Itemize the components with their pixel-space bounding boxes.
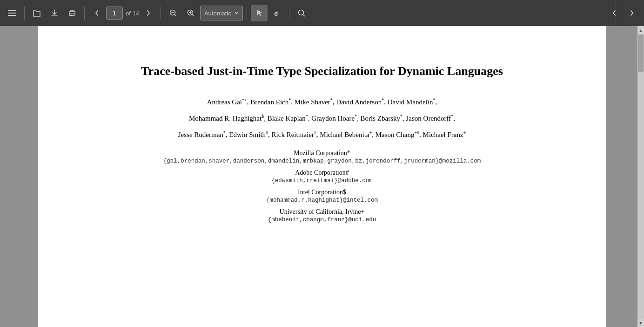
right-separator — [616, 0, 616, 26]
menu-button[interactable] — [4, 5, 20, 21]
next-page-icon — [145, 10, 152, 16]
affiliation-adobe-name: Adobe Corporation# — [94, 169, 550, 177]
scroll-thumb[interactable] — [638, 34, 644, 72]
download-button[interactable] — [46, 5, 63, 21]
scroll-down-button[interactable]: ▼ — [637, 319, 644, 327]
zoom-out-icon — [168, 8, 178, 18]
affiliation-mozilla-name: Mozilla Corporation* — [94, 150, 550, 157]
separator-5 — [289, 7, 289, 20]
separator-2 — [84, 7, 85, 20]
main-area: Trace-based Just-in-Time Type Specializa… — [0, 26, 644, 327]
separator-4 — [247, 7, 247, 20]
total-pages-label: of 14 — [126, 10, 139, 17]
zoom-out-button[interactable] — [165, 5, 181, 21]
affiliations: Mozilla Corporation* {gal,brendan,shaver… — [94, 150, 550, 223]
print-icon — [67, 8, 77, 18]
affiliation-mozilla-email: {gal,brendan,shaver,danderson,dmandelin,… — [94, 158, 550, 164]
nav-prev-button[interactable] — [606, 5, 623, 21]
download-icon — [50, 8, 59, 18]
pdf-content: Trace-based Just-in-Time Type Specializa… — [38, 26, 606, 265]
svg-rect-0 — [69, 12, 75, 15]
menu-icon — [8, 10, 16, 16]
scroll-up-button[interactable]: ▲ — [637, 26, 644, 34]
pdf-toolbar: 1 of 14 Automatic — [0, 0, 644, 26]
scrollbar[interactable]: ▲ ▼ — [637, 26, 644, 327]
separator-3 — [161, 7, 161, 20]
nav-next-button[interactable] — [624, 5, 640, 21]
zoom-level-label: Automatic — [204, 10, 231, 17]
open-button[interactable] — [28, 5, 45, 21]
authors-line-3: Jesse Ruderman*, Edwin Smith#, Rick Reit… — [94, 129, 550, 141]
svg-point-3 — [298, 10, 303, 15]
zoom-in-icon — [186, 8, 195, 18]
print-button[interactable] — [64, 5, 80, 21]
next-page-button[interactable] — [140, 5, 157, 21]
prev-page-icon — [94, 10, 100, 16]
pdf-page[interactable]: Trace-based Just-in-Time Type Specializa… — [38, 26, 606, 327]
affiliation-uci-email: {mbebenit,changm,franz}@uci.edu — [94, 217, 550, 223]
nav-prev-icon — [611, 10, 617, 16]
affiliation-intel-email: {mohammad.r.haghighat}@intel.com — [94, 197, 550, 204]
affiliation-intel-name: Intel Corporation$ — [94, 189, 550, 196]
paper-title: Trace-based Just-in-Time Type Specializa… — [94, 63, 550, 79]
page-number-input[interactable]: 1 — [106, 7, 123, 20]
search-button[interactable] — [293, 5, 310, 21]
authors-line-2: Mohammad R. Haghighat$, Blake Kaplan*, G… — [94, 112, 550, 125]
zoom-select[interactable]: Automatic — [200, 6, 243, 20]
zoom-in-button[interactable] — [182, 5, 199, 21]
cursor-icon — [255, 9, 263, 17]
scroll-track[interactable] — [637, 34, 644, 319]
hand-icon — [273, 9, 281, 17]
authors-line-1: Andreas Gal*+, Brendan Eich*, Mike Shave… — [94, 96, 550, 109]
affiliation-adobe-email: {edwsmith,rreitmai}@adobe.com — [94, 177, 550, 184]
separator-1 — [24, 7, 25, 20]
prev-page-button[interactable] — [88, 5, 105, 21]
cursor-tool-button[interactable] — [251, 5, 268, 21]
search-icon — [297, 8, 306, 18]
page-input-wrap: 1 of 14 — [106, 7, 139, 20]
nav-next-icon — [629, 10, 635, 16]
zoom-dropdown-icon — [234, 11, 239, 15]
nav-arrow-group — [606, 5, 640, 21]
open-icon — [32, 8, 41, 18]
affiliation-uci-name: University of California, Irvine+ — [94, 208, 550, 216]
hand-tool-button[interactable] — [268, 5, 285, 21]
